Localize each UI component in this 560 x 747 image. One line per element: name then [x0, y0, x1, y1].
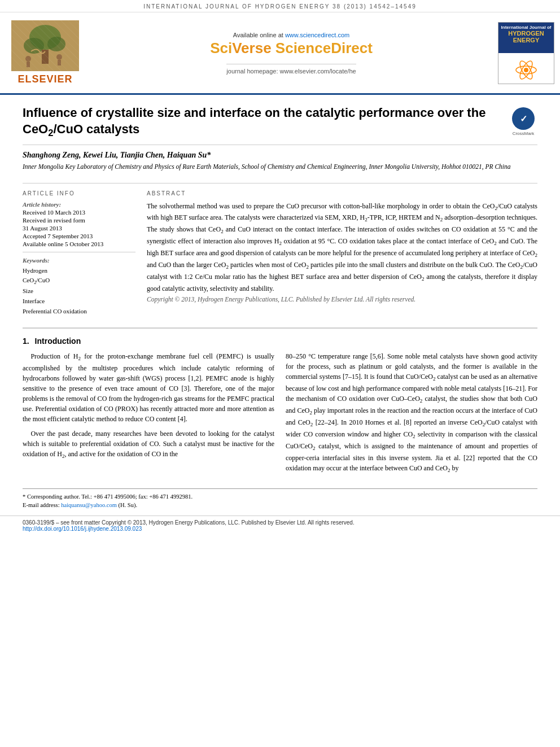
keyword-1: Hydrogen — [23, 266, 135, 276]
svg-point-3 — [47, 37, 65, 51]
bottom-doi: http://dx.doi.org/10.1016/j.ijhydene.201… — [23, 526, 537, 532]
svg-point-5 — [25, 56, 31, 62]
journal-cover-area: International Journal of HYDROGEN ENERGY — [492, 17, 560, 89]
keyword-3: Size — [23, 286, 135, 296]
received-date-1: Received 10 March 2013 — [23, 209, 135, 216]
email-footnote: E-mail address: haiquansu@yahoo.com (H. … — [23, 501, 537, 510]
info-divider — [23, 252, 135, 252]
article-affiliation: Inner Mongolia Key Laboratory of Chemist… — [23, 162, 537, 171]
crossmark-area[interactable]: ✓ CrossMark — [509, 107, 537, 136]
article-info-header: ARTICLE INFO — [23, 190, 135, 196]
journal-homepage-text: journal homepage: www.elsevier.com/locat… — [226, 64, 356, 75]
intro-right-para-1: 80–250 °C temperature range [5,6]. Some … — [286, 351, 537, 474]
intro-right-text: 80–250 °C temperature range [5,6]. Some … — [286, 351, 537, 474]
svg-rect-6 — [27, 62, 30, 67]
elsevier-illustration — [11, 20, 79, 71]
article-info-abstract: ARTICLE INFO Article history: Received 1… — [23, 183, 537, 317]
elsevier-logo-area: ELSEVIER — [0, 17, 90, 89]
intro-para-2: Over the past decade, many researches ha… — [23, 429, 274, 461]
section-number: 1. — [23, 337, 29, 346]
sciverse-sciencedirect: ScienceDirect — [275, 40, 373, 56]
introduction-title: 1. Introduction — [23, 337, 537, 346]
intro-left-text: Production of H2 for the proton-exchange… — [23, 351, 274, 461]
journal-cover-image: International Journal of HYDROGEN ENERGY — [498, 22, 554, 84]
keyword-4: Interface — [23, 296, 135, 307]
atom-svg-icon — [515, 59, 537, 81]
abstract-copyright: Copyright © 2013, Hydrogen Energy Public… — [147, 296, 537, 303]
article-info-col: ARTICLE INFO Article history: Received 1… — [23, 190, 135, 317]
section-divider — [23, 327, 537, 329]
elsevier-name: ELSEVIER — [18, 73, 72, 85]
sciverse-sci: Sci — [210, 40, 232, 56]
journal-cover-line2: HYDROGEN ENERGY — [508, 30, 544, 43]
received-date-2: 31 August 2013 — [23, 225, 135, 231]
abstract-header: ABSTRACT — [147, 190, 537, 196]
abstract-body: The solvothermal method was used to prep… — [147, 201, 537, 294]
elsevier-tree-image — [11, 20, 79, 71]
authors-section: Shanghong Zeng, Kewei Liu, Tianjia Chen,… — [23, 145, 537, 173]
footnote-section: * Corresponding author. Tel.: +86 471 49… — [23, 488, 537, 510]
header-section: ELSEVIER Available online at www.science… — [0, 12, 560, 95]
svg-point-9 — [524, 68, 528, 72]
available-online-text: Available online at www.sciencedirect.co… — [233, 32, 349, 38]
intro-columns: Production of H2 for the proton-exchange… — [23, 351, 537, 479]
svg-rect-0 — [11, 20, 79, 71]
available-date: Available online 5 October 2013 — [23, 241, 135, 247]
intro-left-col: Production of H2 for the proton-exchange… — [23, 351, 274, 479]
paper-body: Influence of crystallite size and interf… — [0, 95, 560, 510]
svg-point-7 — [56, 54, 62, 60]
bottom-issn: 0360-3199/$ – see front matter Copyright… — [23, 519, 537, 526]
accepted-date: Accepted 7 September 2013 — [23, 233, 135, 239]
doi-link[interactable]: http://dx.doi.org/10.1016/j.ijhydene.201… — [23, 526, 142, 532]
crossmark-icon: ✓ — [512, 107, 535, 130]
sciverse-area: Available online at www.sciencedirect.co… — [90, 17, 492, 89]
svg-rect-8 — [58, 60, 61, 65]
intro-para-1: Production of H2 for the proton-exchange… — [23, 351, 274, 424]
svg-point-1 — [29, 25, 61, 50]
article-title-section: Influence of crystallite size and interf… — [23, 95, 537, 145]
sciverse-verse: Verse — [232, 40, 271, 56]
bottom-bar: 0360-3199/$ – see front matter Copyright… — [0, 516, 560, 535]
article-history-label: Article history: — [23, 201, 135, 208]
keyword-2: CeO2/CuO — [23, 276, 135, 286]
corresponding-author: * Corresponding author. Tel.: +86 471 49… — [23, 492, 537, 501]
svg-rect-4 — [42, 50, 49, 64]
journal-header-text: INTERNATIONAL JOURNAL OF HYDROGEN ENERGY… — [143, 3, 417, 10]
sciverse-link[interactable]: www.sciencedirect.com — [285, 32, 349, 38]
journal-cover-line1: International Journal of — [501, 25, 552, 30]
received-revised-label: Received in revised form — [23, 217, 135, 224]
sciverse-title: SciVerse ScienceDirect — [210, 40, 373, 57]
keyword-5: Preferential CO oxidation — [23, 307, 135, 317]
svg-point-2 — [24, 38, 44, 54]
abstract-col: ABSTRACT The solvothermal method was use… — [147, 190, 537, 317]
elsevier-logo: ELSEVIER — [11, 20, 79, 85]
email-link[interactable]: haiquansu@yahoo.com — [61, 502, 117, 508]
intro-right-col: 80–250 °C temperature range [5,6]. Some … — [286, 351, 537, 479]
crossmark-label: CrossMark — [513, 131, 535, 136]
keywords-label: Keywords: — [23, 257, 135, 264]
journal-cover-atom — [498, 59, 554, 81]
introduction-section: 1. Introduction Production of H2 for the… — [23, 337, 537, 479]
article-title: Influence of crystallite size and interf… — [23, 105, 504, 139]
article-authors: Shanghong Zeng, Kewei Liu, Tianjia Chen,… — [23, 151, 537, 160]
journal-header-bar: INTERNATIONAL JOURNAL OF HYDROGEN ENERGY… — [0, 0, 560, 12]
section-title-text: Introduction — [35, 337, 81, 346]
